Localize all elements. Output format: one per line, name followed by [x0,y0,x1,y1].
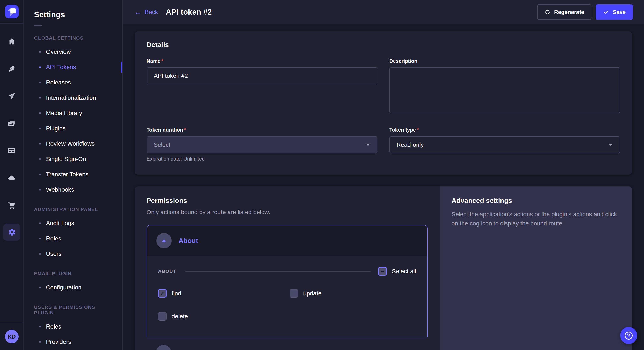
bullet [39,97,41,99]
section-users-permissions-plugin: Users & Permissions Plugin [24,305,122,316]
back-link[interactable]: ← Back [134,9,158,15]
name-input[interactable] [146,67,377,84]
refresh-icon [544,9,551,15]
chevron-up-icon [162,239,166,242]
sidebar-item-review-workflows[interactable]: Review Workflows [24,136,122,151]
strapi-logo-shape [8,8,10,11]
sidebar-item-label: API Tokens [46,64,76,71]
sidebar-item-label: Roles [46,323,61,330]
sidebar-item-label: Internationalization [46,94,96,101]
sidebar-item-label: Transfer Tokens [46,171,88,178]
sidebar-item-internationalization[interactable]: Internationalization [24,90,122,105]
accordion-about-header[interactable]: About [147,225,427,256]
bullet [39,51,41,53]
bullet [39,326,41,328]
bullet [39,158,41,160]
regenerate-label: Regenerate [554,9,584,15]
settings-sidebar: Settings Global Settings Overview API To… [24,0,123,350]
sidebar-item-media-library[interactable]: Media Library [24,105,122,121]
description-textarea[interactable] [389,67,620,113]
home-icon[interactable] [3,33,20,50]
accordion-article: Article [146,337,428,350]
rail-icon-list [0,24,24,323]
update-label: update [303,290,322,297]
actions-grid: find update delete [158,289,416,321]
token-type-group: Token type Read-only [389,127,620,153]
details-card: Details Name Description Token duration … [134,31,632,175]
help-button[interactable]: ? [620,327,637,344]
details-fields: Name Description Token duration Select [146,58,620,162]
sidebar-item-up-providers[interactable]: Providers [24,334,122,350]
token-type-value: Read-only [396,141,424,148]
sidebar-item-api-tokens[interactable]: API Tokens [24,59,122,75]
section-global-settings: Global Settings [24,35,122,41]
strapi-logo-shape [10,13,13,16]
save-button[interactable]: Save [596,4,633,20]
sidebar-item-label: Plugins [46,125,66,132]
bullet [39,287,41,288]
sidebar-item-audit-logs[interactable]: Audit Logs [24,216,122,231]
description-label: Description [389,58,620,64]
page-title: API token #2 [166,8,212,16]
accordion-article-header[interactable]: Article [146,337,428,350]
token-duration-group: Token duration Select Expiration date: U… [146,127,377,162]
main-nav-rail: KD [0,0,24,350]
sidebar-item-overview[interactable]: Overview [24,44,122,59]
sidebar-item-label: Overview [46,48,71,55]
advanced-settings-title: Advanced settings [452,197,620,204]
bullet [39,112,41,114]
bullet [39,341,41,343]
layout-icon[interactable] [3,142,20,159]
active-indicator [121,62,122,73]
sidebar-item-plugins[interactable]: Plugins [24,121,122,136]
permissions-accordion: About ABOUT Select all [146,225,428,350]
details-title: Details [146,41,620,49]
sidebar-item-admin-roles[interactable]: Roles [24,231,122,246]
feather-icon[interactable] [3,60,20,77]
chevron-down-icon [609,144,613,146]
accordion-about-body: ABOUT Select all [147,256,427,337]
cloud-icon[interactable] [3,169,20,186]
sidebar-title-rule [34,25,42,26]
sidebar-item-up-roles[interactable]: Roles [24,319,122,334]
accordion-article-label: Article [178,349,199,350]
bullet [39,222,41,224]
sidebar-item-single-sign-on[interactable]: Single Sign-On [24,151,122,167]
sidebar-item-releases[interactable]: Releases [24,75,122,90]
sidebar-item-admin-users[interactable]: Users [24,246,122,262]
sidebar-item-label: Releases [46,79,71,86]
find-checkbox[interactable] [158,289,166,298]
sidebar-item-transfer-tokens[interactable]: Transfer Tokens [24,167,122,182]
chevron-down-icon [366,144,370,146]
expand-toggle-button[interactable] [156,345,171,350]
accordion-about-label: About [178,237,198,245]
main-area: ← Back API token #2 Regenerate Save Deta… [123,0,644,350]
delete-checkbox[interactable] [158,312,166,321]
sidebar-item-webhooks[interactable]: Webhooks [24,182,122,197]
name-label: Name [146,58,377,64]
collapse-toggle-button[interactable] [156,233,172,248]
back-arrow-icon: ← [134,9,142,15]
about-section-row: ABOUT Select all [158,267,416,276]
delete-label: delete [172,313,188,320]
token-duration-select[interactable]: Select [146,136,377,153]
update-checkbox[interactable] [290,289,298,298]
cart-icon[interactable] [3,196,20,213]
settings-gear-icon[interactable] [3,224,20,241]
paper-plane-icon[interactable] [3,88,20,105]
bullet [39,238,41,239]
app-window: KD Settings Global Settings Overview API… [0,0,644,350]
strapi-logo[interactable] [5,5,18,18]
section-administration-panel: Administration Panel [24,207,122,212]
sidebar-item-configuration[interactable]: Configuration [24,280,122,295]
regenerate-button[interactable]: Regenerate [537,4,592,20]
sidebar-item-label: Providers [46,339,71,345]
token-type-select[interactable]: Read-only [389,136,620,153]
sidebar-item-label: Configuration [46,284,82,291]
bullet [39,143,41,145]
page-header: ← Back API token #2 Regenerate Save [123,0,644,24]
user-avatar[interactable]: KD [5,330,18,344]
select-all-checkbox[interactable] [378,267,387,276]
media-pictures-icon[interactable] [3,115,20,132]
bullet [39,128,41,129]
